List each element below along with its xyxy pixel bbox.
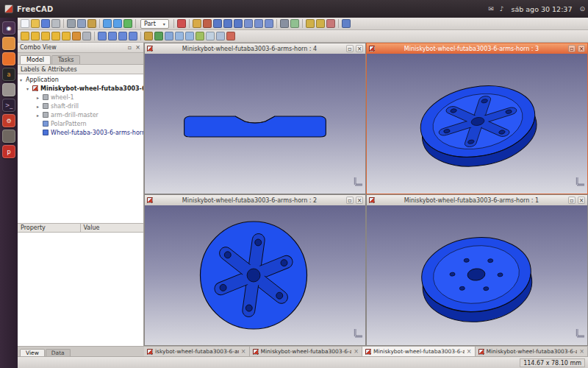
close-icon[interactable]: × [578,45,585,52]
restore-icon[interactable]: ▫ [346,45,354,52]
dock-float-icon[interactable]: ▫ [126,44,133,51]
close-icon[interactable]: × [356,45,363,52]
create-primitives-icon[interactable] [72,32,81,40]
cylinder-icon[interactable] [31,32,40,40]
revolve-icon[interactable] [154,32,163,40]
cut-icon[interactable] [67,19,76,28]
fillet-icon[interactable] [175,32,184,40]
close-icon[interactable]: × [578,197,585,204]
paste-icon[interactable] [87,19,96,28]
measure-angular-icon[interactable] [316,19,325,28]
mail-icon[interactable]: ✉ [488,5,494,13]
tree-item-wheel-final[interactable]: Wheel-futaba-3003-6-arms-horn-final [18,128,143,137]
amazon-icon[interactable]: a [2,68,15,81]
boolean-cut-icon[interactable] [108,32,117,40]
clear-measurement-icon[interactable] [326,19,335,28]
dash-home-icon[interactable]: ◉ [2,21,15,35]
measure-linear-icon[interactable] [306,19,315,28]
texture-icon[interactable] [290,19,299,28]
wheel-model-isometric[interactable] [415,77,542,175]
window-tab-2[interactable]: Miniskybot-wheel-futaba3003-6-arms-horn … [250,347,363,356]
fit-all-icon[interactable] [193,19,201,28]
ruled-surface-icon[interactable] [196,32,204,40]
restore-icon[interactable]: ▫ [568,45,576,52]
print-icon[interactable] [51,19,60,28]
wheel-model-isometric-back[interactable] [418,232,536,327]
dock-title-bar[interactable]: Combo View ▫ × [18,43,143,53]
document-new-icon[interactable] [21,19,29,28]
redo-icon[interactable] [113,19,122,28]
axonometric-icon[interactable] [203,19,212,28]
pinta-icon[interactable]: p [2,145,15,158]
undo-icon[interactable] [103,19,112,28]
boolean-common-icon[interactable] [129,32,137,40]
loft-icon[interactable] [206,32,215,40]
document-open-icon[interactable] [31,19,40,28]
tree-item-application[interactable]: ▾ Application [18,75,143,84]
box-icon[interactable] [21,32,29,40]
close-icon[interactable]: × [354,348,359,355]
close-icon[interactable]: × [579,348,584,355]
sphere-icon[interactable] [41,32,50,40]
tab-data[interactable]: Data [46,349,71,356]
close-icon[interactable]: × [241,348,246,355]
tab-model[interactable]: Model [20,55,51,64]
torus-icon[interactable] [62,32,71,40]
view-rear-icon[interactable] [244,19,253,28]
files-icon[interactable] [2,37,15,50]
extrude-icon[interactable] [144,32,153,40]
view-right-icon[interactable] [234,19,243,28]
draw-style-icon[interactable] [280,19,289,28]
boolean-union-icon[interactable] [118,32,127,40]
view-top-icon[interactable] [223,19,232,28]
window-title-bar[interactable]: Miniskybot-wheel-futaba3003-6-arms-horn … [145,43,365,54]
document-save-icon[interactable] [41,19,50,28]
wheel-model-front-view[interactable] [200,222,306,329]
view-front-icon[interactable] [213,19,222,28]
window-tab-1[interactable]: iskybot-wheel-futaba3003-6-arms-horn : 1… [144,347,250,356]
terminal-icon[interactable]: >_ [2,99,15,112]
whats-this-icon[interactable] [342,19,351,28]
boolean-icon[interactable] [98,32,107,40]
tree-item-arm-drill-master[interactable]: ▸ arm-drill-master [18,110,143,119]
macro-record-icon[interactable] [177,19,186,28]
ubuntu-software-icon[interactable] [2,83,15,96]
shape-builder-icon[interactable] [82,32,91,40]
viewport-front-view[interactable] [145,205,365,345]
restore-icon[interactable]: ▫ [568,197,576,204]
chamfer-icon[interactable] [185,32,194,40]
workbench-selector[interactable]: Part ▾ [140,19,169,29]
window-tab-4[interactable]: Miniskybot-wheel-futaba3003-6-arms-horn … [476,347,588,356]
freecad-icon[interactable]: ⚙ [2,114,15,127]
tree-item-shaft-drill[interactable]: ▸ shaft-drill [18,102,143,110]
window-title-bar[interactable]: Miniskybot-wheel-futaba3003-6-arms-horn … [367,195,587,205]
volume-icon[interactable]: ♪ [500,5,504,13]
session-menu-icon[interactable]: ⊙ [579,5,585,13]
refresh-icon[interactable] [123,19,132,28]
tab-view[interactable]: View [20,349,45,356]
tree-item-document[interactable]: ▾ Miniskybot-wheel-futaba3003-6-arms-hor… [18,84,143,93]
window-title-bar[interactable]: Miniskybot-wheel-futaba3003-6-arms-horn … [367,43,587,54]
restore-icon[interactable]: ▫ [346,197,354,204]
cone-icon[interactable] [51,32,60,40]
gimp-icon[interactable] [2,130,15,143]
view-bottom-icon[interactable] [254,19,263,28]
copy-icon[interactable] [77,19,86,28]
close-icon[interactable]: × [356,197,363,204]
dock-close-icon[interactable]: × [135,44,141,51]
tree-item-wheel-1[interactable]: ▸ wheel-1 [18,93,143,102]
mirror-icon[interactable] [165,32,173,40]
window-tab-3[interactable]: Miniskybot-wheel-futaba3003-6-arms-horn … [362,347,476,356]
tree-item-polarpattern[interactable]: PolarPattern [18,119,143,128]
tab-tasks[interactable]: Tasks [51,55,80,64]
sweep-icon[interactable] [216,32,225,40]
clock[interactable]: sáb ago 30 12:37 [511,5,572,13]
view-left-icon[interactable] [265,19,273,28]
viewport-isometric-back[interactable] [367,205,587,345]
close-icon[interactable]: × [467,348,472,355]
cross-sections-icon[interactable] [226,32,235,40]
viewport-side-view[interactable] [145,54,365,194]
viewport-isometric-front[interactable] [367,54,587,194]
window-title-bar[interactable]: Miniskybot-wheel-futaba3003-6-arms-horn … [145,195,365,205]
firefox-icon[interactable] [2,52,15,66]
